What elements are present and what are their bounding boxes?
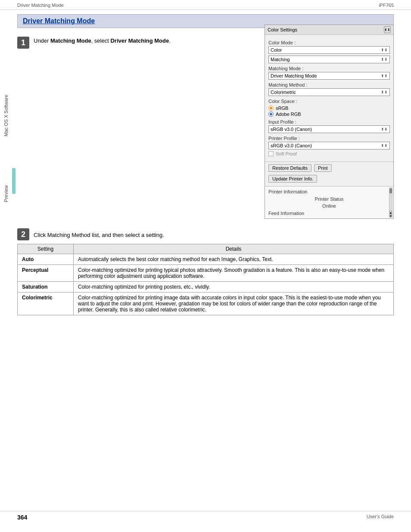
setting-name-cell: Colorimetric <box>18 292 74 315</box>
input-profile-label: Input Profile : <box>268 119 390 124</box>
setting-name-cell: Perceptual <box>18 265 74 282</box>
page-number: 364 <box>17 514 27 521</box>
setting-details-cell: Color-matching optimized for printing im… <box>74 292 394 315</box>
settings-table: Setting Details AutoAutomatically select… <box>17 244 394 315</box>
input-profile-value: sRGB v3.0 (Canon) <box>271 127 312 132</box>
scroll-arrows: ▲ ▼ <box>389 211 392 218</box>
page-header: Driver Matching Mode iPF765 <box>0 0 411 10</box>
header-right: iPF765 <box>379 3 394 8</box>
color-mode-select[interactable]: Color ⬆⬇ <box>268 46 390 54</box>
color-settings-stepper[interactable]: ⬆⬇ <box>384 26 391 33</box>
page-title: Driver Matching Mode <box>23 17 388 25</box>
table-row: SaturationColor-matching optimized for p… <box>18 282 394 292</box>
print-button[interactable]: Print <box>314 164 332 172</box>
printer-profile-value: sRGB v3.0 (Canon) <box>271 143 312 148</box>
step2-prefix: Click <box>34 232 47 238</box>
matching-mode-arrow: ⬆⬇ <box>381 74 388 78</box>
panel-footer-buttons: Restore Defaults Print <box>265 162 393 174</box>
table-row: PerceptualColor-matching optimized for p… <box>18 265 394 282</box>
page-footer: 364 User's Guide <box>0 511 411 523</box>
printer-profile-select[interactable]: sRGB v3.0 (Canon) ⬆⬇ <box>268 142 390 149</box>
color-mode-label: Color Mode : <box>268 40 390 45</box>
srgb-radio-circle <box>268 106 274 111</box>
color-mode-value: Color <box>271 47 282 53</box>
step1-bold1: Matching Mode <box>50 37 91 44</box>
soft-proof-box <box>268 151 274 156</box>
printer-info-section: Printer Information Printer Status Onlin… <box>265 186 393 218</box>
matching-method-label: Matching Method : <box>268 82 390 87</box>
col2-header: Details <box>74 244 394 254</box>
srgb-label: sRGB <box>276 106 288 111</box>
setting-details-cell: Color-matching optimized for printing ty… <box>74 265 394 282</box>
step2-section: 2 Click Matching Method list, and then s… <box>17 227 394 315</box>
panel-body: Color Mode : Color ⬆⬇ Matching ⬆⬇ Matchi… <box>265 35 393 159</box>
step1-bold2: Driver Matching Mode <box>110 37 169 44</box>
matching-mode-label: Matching Mode : <box>268 66 390 71</box>
screenshot-panel: Color Settings ⬆⬇ Color Mode : Color ⬆⬇ … <box>265 25 394 219</box>
header-left: Driver Matching Mode <box>17 3 64 8</box>
step1-prefix: Under <box>34 37 50 44</box>
panel-header: Color Settings ⬆⬇ <box>265 25 393 35</box>
printer-info-scrollbar[interactable] <box>389 187 392 213</box>
soft-proof-label: Soft Proof <box>276 151 297 156</box>
cyan-sidebar-bar <box>12 168 16 194</box>
matching-arrow: ⬆⬇ <box>381 57 388 62</box>
adobe-rgb-label: Adobe RGB <box>276 112 301 117</box>
matching-method-select[interactable]: Colorimetric ⬆⬇ <box>268 88 390 96</box>
col1-header: Setting <box>18 244 74 254</box>
scroll-down-arrow[interactable]: ▼ <box>389 214 392 218</box>
printer-profile-arrow: ⬆⬇ <box>381 143 388 148</box>
matching-select[interactable]: Matching ⬆⬇ <box>268 56 390 63</box>
printer-info-label: Printer Information <box>268 188 390 196</box>
color-mode-arrow: ⬆⬇ <box>381 48 388 52</box>
step1-text: Under Matching Mode, select Driver Match… <box>34 36 394 219</box>
matching-mode-value: Driver Matching Mode <box>271 73 317 78</box>
main-content: Driver Matching Mode 1 Under Matching Mo… <box>0 10 411 324</box>
restore-defaults-button[interactable]: Restore Defaults <box>268 164 311 172</box>
scrollbar-thumb <box>389 188 392 193</box>
table-row: ColorimetricColor-matching optimized for… <box>18 292 394 315</box>
preview-label: Preview <box>3 185 9 202</box>
setting-details-cell: Color-matching optimized for printing po… <box>74 282 394 292</box>
step1-section: 1 Under Matching Mode, select Driver Mat… <box>17 36 394 219</box>
adobe-rgb-radio[interactable]: Adobe RGB <box>268 112 390 117</box>
adobe-rgb-radio-circle <box>268 112 274 117</box>
setting-name-cell: Auto <box>18 254 74 265</box>
feed-info-label: Feed Information <box>268 210 390 217</box>
printer-status-label: Printer Status <box>268 196 390 203</box>
step1-number: 1 <box>17 37 29 49</box>
mac-os-label: Mac OS X Software <box>3 95 9 137</box>
srgb-radio[interactable]: sRGB <box>268 106 390 111</box>
step1-mid: , select <box>91 37 111 44</box>
color-space-radios: sRGB Adobe RGB <box>268 106 390 117</box>
matching-method-arrow: ⬆⬇ <box>381 90 388 94</box>
input-profile-select[interactable]: sRGB v3.0 (Canon) ⬆⬇ <box>268 125 390 133</box>
step2-text: Click Matching Method list, and then sel… <box>34 230 164 238</box>
step2-number: 2 <box>17 228 29 240</box>
matching-value: Matching <box>271 57 290 62</box>
step1-suffix: . <box>169 37 171 44</box>
matching-method-value: Colorimetric <box>271 90 296 95</box>
color-settings-label: Color Settings <box>268 27 297 32</box>
setting-details-cell: Automatically selects the best color mat… <box>74 254 394 265</box>
update-printer-button[interactable]: Update Printer Info. <box>268 175 317 183</box>
step2-header: 2 Click Matching Method list, and then s… <box>17 227 394 240</box>
online-label: Online <box>268 202 390 210</box>
soft-proof-checkbox[interactable]: Soft Proof <box>268 151 390 156</box>
printer-profile-label: Printer Profile : <box>268 136 390 141</box>
table-row: AutoAutomatically selects the best color… <box>18 254 394 265</box>
step2-bold1: Matching Method <box>47 232 90 238</box>
step2-suffix: list, and then select a setting. <box>90 232 164 238</box>
color-space-label: Color Space : <box>268 99 390 104</box>
scroll-up-arrow[interactable]: ▲ <box>389 211 392 214</box>
footer-right: User's Guide <box>367 514 394 521</box>
matching-mode-select[interactable]: Driver Matching Mode ⬆⬇ <box>268 72 390 80</box>
setting-name-cell: Saturation <box>18 282 74 292</box>
input-profile-arrow: ⬆⬇ <box>381 127 388 131</box>
